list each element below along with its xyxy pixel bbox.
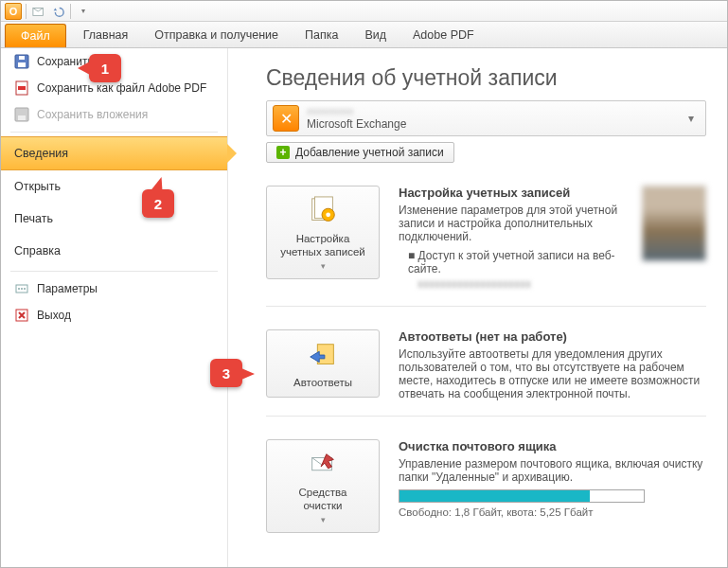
svg-point-11 (24, 288, 26, 290)
backstage-content: Сведения об учетной записи ✕ xxxxxxxxx M… (228, 48, 727, 568)
section-body: Изменение параметров для этой учетной за… (399, 204, 623, 243)
section-link[interactable]: xxxxxxxxxxxxxxxxxxxx (399, 277, 623, 291)
tab-home[interactable]: Главная (70, 22, 142, 47)
annotation-2: 2 (142, 189, 174, 218)
sidebar-item-options[interactable]: Параметры (1, 275, 227, 302)
section-header: Автоответы (нет на работе) (399, 329, 706, 344)
sidebar-item-label: Печать (14, 212, 53, 225)
sidebar-item-label: Сохранить вложения (37, 108, 148, 121)
sidebar-item-label: Выход (37, 309, 71, 322)
sidebar-item-label: Сведения (14, 147, 68, 160)
account-selector[interactable]: ✕ xxxxxxxxx Microsoft Exchange ▾ (266, 100, 706, 136)
section-header: Настройка учетных записей (399, 186, 623, 200)
annotation-1: 1 (89, 54, 121, 82)
section-header: Очистка почтового ящика (399, 439, 706, 453)
options-icon (14, 281, 29, 296)
section-subtext: ■ Доступ к этой учетной записи на веб-са… (399, 249, 623, 275)
tab-adobe-pdf[interactable]: Adobe PDF (400, 22, 488, 47)
add-account-label: Добавление учетной записи (295, 146, 444, 159)
chevron-down-icon[interactable]: ▾ (683, 112, 700, 125)
auto-replies-button[interactable]: Автоответы (266, 329, 380, 398)
storage-bar (399, 489, 645, 503)
sidebar-item-label: Сохранить как файл Adobe PDF (37, 81, 206, 95)
section-cleanup: Средства очистки ▾ Очистка почтового ящи… (266, 417, 706, 548)
svg-rect-7 (18, 115, 26, 120)
qat-send-receive-icon[interactable] (30, 3, 47, 20)
sidebar-item-exit[interactable]: Выход (1, 302, 227, 328)
svg-rect-17 (317, 345, 333, 364)
svg-point-9 (18, 288, 20, 290)
tab-view[interactable]: Вид (351, 22, 400, 47)
tab-send-receive[interactable]: Отправка и получение (141, 22, 292, 47)
storage-text: Свободно: 1,8 Гбайт, квота: 5,25 Гбайт (399, 506, 706, 518)
cleanup-icon (307, 450, 339, 482)
sidebar-item-open[interactable]: Открыть (1, 170, 227, 203)
tab-file[interactable]: Файл (5, 24, 66, 47)
exchange-icon: ✕ (273, 105, 299, 132)
sidebar-item-label: Открыть (14, 180, 61, 193)
button-label: Автоответы (293, 376, 352, 389)
add-account-button[interactable]: + Добавление учетной записи (266, 142, 454, 163)
user-avatar (642, 186, 706, 261)
tab-folder[interactable]: Папка (292, 22, 351, 47)
save-icon (14, 54, 29, 69)
app-icon[interactable]: O (5, 3, 22, 20)
cleanup-tools-button[interactable]: Средства очистки ▾ (266, 439, 380, 533)
section-account-settings: Настройка учетных записей ▾ Настройка уч… (266, 163, 706, 307)
chevron-down-icon: ▾ (321, 515, 326, 524)
account-settings-button[interactable]: Настройка учетных записей ▾ (266, 186, 380, 279)
account-email: xxxxxxxxx (307, 105, 675, 117)
ribbon-tabs: Файл Главная Отправка и получение Папка … (1, 22, 727, 48)
exit-icon (14, 308, 29, 323)
account-type: Microsoft Exchange (307, 117, 675, 131)
chevron-down-icon: ▾ (321, 261, 326, 271)
sidebar-item-label: Справка (14, 244, 61, 257)
page-title: Сведения об учетной записи (266, 65, 706, 91)
account-settings-icon (307, 196, 339, 228)
svg-rect-3 (19, 56, 25, 60)
qat-customize-icon[interactable]: ▾ (75, 3, 92, 20)
plus-icon: + (276, 146, 290, 159)
sidebar-item-save-attachments: Сохранить вложения (1, 101, 227, 128)
sidebar-item-label: Параметры (37, 282, 98, 295)
svg-point-10 (21, 288, 23, 290)
pdf-icon (14, 80, 29, 96)
attachment-icon (14, 107, 29, 122)
quick-access-toolbar: O ▾ (1, 1, 727, 22)
auto-replies-icon (307, 340, 339, 372)
annotation-3: 3 (210, 359, 242, 387)
svg-rect-5 (18, 86, 26, 90)
svg-rect-2 (18, 62, 26, 67)
sidebar-item-print[interactable]: Печать (1, 203, 227, 235)
section-auto-replies: Автоответы Автоответы (нет на работе) Ис… (266, 307, 706, 417)
sidebar-item-help[interactable]: Справка (1, 235, 227, 267)
backstage-sidebar: Сохранить Сохранить как файл Adobe PDF С… (1, 48, 228, 568)
button-label: Средства очистки (299, 486, 347, 513)
section-body: Используйте автоответы для уведомления д… (399, 347, 706, 400)
sidebar-item-info[interactable]: Сведения (1, 136, 227, 170)
section-body: Управление размером почтового ящика, вкл… (399, 457, 706, 484)
svg-point-16 (326, 212, 330, 217)
button-label: Настройка учетных записей (280, 232, 364, 259)
qat-undo-icon[interactable] (49, 3, 66, 20)
